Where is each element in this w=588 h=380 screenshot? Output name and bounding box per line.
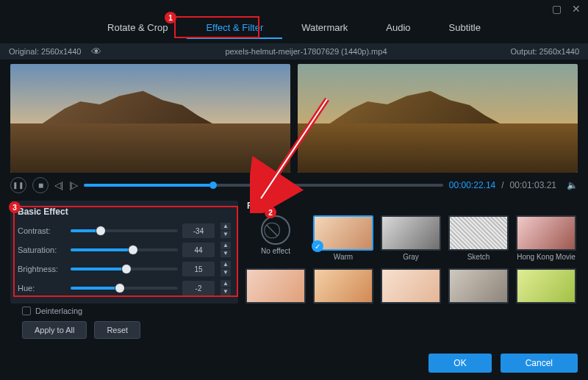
tab-watermark[interactable]: Watermark bbox=[282, 18, 367, 39]
deinterlacing-label: Deinterlacing bbox=[35, 306, 82, 315]
basic-effect-panel: Basic Effect Contrast: -34 ▲▼ Saturation… bbox=[10, 201, 238, 304]
preview-row bbox=[0, 60, 588, 177]
visibility-icon[interactable]: 👁 bbox=[91, 46, 101, 57]
saturation-label: Saturation: bbox=[18, 245, 66, 254]
prev-frame-button[interactable]: ◁| bbox=[54, 180, 63, 190]
brightness-step-up[interactable]: ▲ bbox=[220, 261, 231, 268]
time-current: 00:00:22.14 bbox=[449, 180, 495, 190]
contrast-step-down[interactable]: ▼ bbox=[220, 231, 231, 238]
original-size-label: Original: 2560x1440 bbox=[9, 47, 81, 56]
saturation-step-up[interactable]: ▲ bbox=[220, 242, 231, 249]
contrast-label: Contrast: bbox=[18, 226, 66, 235]
contrast-row: Contrast: -34 ▲▼ bbox=[18, 221, 231, 240]
selected-check-icon: ✓ bbox=[312, 240, 323, 252]
saturation-value[interactable]: 44 bbox=[182, 243, 215, 257]
dialog-footer: OK Cancel bbox=[429, 354, 578, 373]
saturation-slider[interactable] bbox=[71, 248, 178, 251]
contrast-value[interactable]: -34 bbox=[182, 223, 215, 238]
hue-slider[interactable] bbox=[71, 287, 178, 290]
hue-value[interactable]: -2 bbox=[182, 281, 215, 295]
hue-label: Hue: bbox=[18, 284, 66, 293]
no-effect-icon: ⃠ bbox=[261, 215, 290, 245]
filter-item-7[interactable] bbox=[313, 268, 373, 304]
no-effect-label: No effect bbox=[245, 247, 306, 255]
apply-to-all-button[interactable]: Apply to All bbox=[22, 321, 87, 339]
filter-hong-kong-movie[interactable]: Hong Kong Movie bbox=[516, 215, 576, 261]
filter-gray[interactable]: Gray bbox=[381, 215, 441, 261]
file-info-bar: Original: 2560x1440 👁 pexels-helmut-meij… bbox=[0, 43, 588, 60]
contrast-slider[interactable] bbox=[71, 229, 178, 232]
saturation-row: Saturation: 44 ▲▼ bbox=[18, 240, 231, 259]
filter-no-effect[interactable]: ⃠ No effect bbox=[245, 215, 306, 261]
filter-label-sketch: Sketch bbox=[448, 253, 509, 261]
saturation-step-down[interactable]: ▼ bbox=[220, 250, 231, 257]
filename-label: pexels-helmut-meijer-17807629 (1440p).mp… bbox=[101, 47, 510, 56]
maximize-button[interactable]: ▢ bbox=[552, 3, 562, 15]
filter-sketch[interactable]: Sketch bbox=[448, 215, 509, 261]
filter-label-warm: Warm bbox=[313, 253, 373, 261]
contrast-step-up[interactable]: ▲ bbox=[220, 223, 231, 230]
tab-rotate-crop[interactable]: Rotate & Crop bbox=[88, 18, 187, 39]
brightness-value[interactable]: 15 bbox=[182, 262, 215, 276]
filter-item-6[interactable] bbox=[245, 268, 306, 304]
output-preview bbox=[298, 64, 578, 173]
time-sep: / bbox=[501, 180, 503, 190]
filter-warm[interactable]: ✓ Warm bbox=[313, 215, 373, 261]
brightness-step-down[interactable]: ▼ bbox=[220, 269, 231, 276]
filters-panel: Filters ⃠ No effect ✓ Warm Gray Sketch H… bbox=[245, 201, 578, 339]
tab-subtitle[interactable]: Subtitle bbox=[430, 18, 500, 39]
play-bar: ❚❚ ◼ ◁| |▷ 00:00:22.14/00:01:03.21 🔈 bbox=[0, 177, 588, 198]
filter-label-hk: Hong Kong Movie bbox=[516, 253, 576, 261]
hue-step-up[interactable]: ▲ bbox=[220, 280, 231, 287]
hue-step-down[interactable]: ▼ bbox=[220, 288, 231, 295]
filter-label-gray: Gray bbox=[381, 253, 441, 261]
close-button[interactable]: ✕ bbox=[572, 3, 581, 15]
volume-icon[interactable]: 🔈 bbox=[567, 180, 578, 190]
reset-button[interactable]: Reset bbox=[94, 321, 140, 339]
pause-button[interactable]: ❚❚ bbox=[10, 177, 26, 193]
brightness-row: Brightness: 15 ▲▼ bbox=[18, 259, 231, 279]
original-preview bbox=[10, 64, 290, 173]
brightness-label: Brightness: bbox=[18, 265, 66, 273]
filter-item-10[interactable] bbox=[516, 268, 576, 304]
cancel-button[interactable]: Cancel bbox=[501, 354, 578, 373]
seek-bar[interactable] bbox=[84, 184, 443, 187]
hue-row: Hue: -2 ▲▼ bbox=[18, 279, 231, 298]
output-size-label: Output: 2560x1440 bbox=[510, 47, 579, 56]
filters-title: Filters bbox=[247, 201, 578, 211]
stop-button[interactable]: ◼ bbox=[32, 177, 49, 193]
top-tabs: Rotate & Crop Effect & Filter Watermark … bbox=[0, 0, 588, 39]
filter-item-9[interactable] bbox=[448, 268, 509, 304]
brightness-slider[interactable] bbox=[71, 268, 178, 270]
filter-item-8[interactable] bbox=[381, 268, 441, 304]
basic-effect-title: Basic Effect bbox=[18, 207, 231, 217]
tab-effect-filter[interactable]: Effect & Filter bbox=[187, 18, 282, 39]
time-total: 00:01:03.21 bbox=[510, 180, 556, 190]
ok-button[interactable]: OK bbox=[429, 354, 491, 373]
deinterlacing-checkbox[interactable] bbox=[22, 306, 31, 315]
next-frame-button[interactable]: |▷ bbox=[69, 180, 78, 190]
tab-audio[interactable]: Audio bbox=[367, 18, 429, 39]
